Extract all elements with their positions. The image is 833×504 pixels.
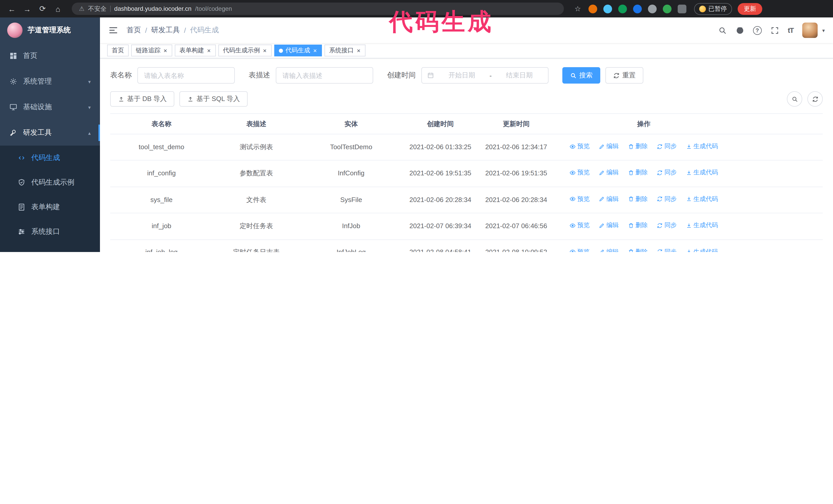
create-time-label: 创建时间: [387, 71, 416, 80]
delete-link[interactable]: 删除: [628, 194, 648, 204]
sidebar-item-devtools[interactable]: 研发工具 ▴: [0, 120, 100, 146]
table-desc-input[interactable]: [276, 67, 373, 83]
close-icon[interactable]: ×: [356, 47, 361, 54]
github-icon[interactable]: [736, 26, 744, 34]
sidebar-item-system[interactable]: 系统管理 ▾: [0, 69, 100, 94]
preview-link[interactable]: 预览: [570, 194, 590, 204]
delete-link[interactable]: 删除: [628, 168, 648, 178]
date-end-placeholder: 结束日期: [496, 71, 543, 80]
preview-link[interactable]: 预览: [570, 142, 590, 151]
breadcrumb-home[interactable]: 首页: [127, 26, 141, 35]
address-bar[interactable]: ⚠ 不安全 dashboard.yudao.iocoder.cn/tool/co…: [72, 3, 564, 15]
home-icon[interactable]: ⌂: [51, 2, 65, 16]
generate-code-link[interactable]: 生成代码: [686, 247, 718, 252]
extension-icon-4[interactable]: [633, 4, 642, 13]
app-title: 芋道管理系统: [28, 26, 71, 35]
sidebar-item-form-builder[interactable]: 表单构建: [0, 195, 100, 219]
generate-code-link[interactable]: 生成代码: [686, 194, 718, 204]
table-name-input[interactable]: [137, 67, 235, 83]
sync-link[interactable]: 同步: [657, 220, 677, 230]
sidebar-item-db-doc[interactable]: 数据库文档: [0, 244, 100, 252]
edit-link[interactable]: 编辑: [599, 194, 619, 204]
cell-created: 2021-02-06 19:51:35: [402, 161, 478, 187]
cell-created: 2021-02-07 06:39:34: [402, 213, 478, 239]
close-icon[interactable]: ×: [262, 47, 267, 54]
close-icon[interactable]: ×: [207, 47, 211, 54]
breadcrumb-section[interactable]: 研发工具: [151, 26, 180, 35]
font-size-icon[interactable]: tT: [788, 26, 793, 34]
close-icon[interactable]: ×: [313, 47, 317, 54]
extension-icon-3[interactable]: [618, 4, 627, 13]
shield-check-icon: [18, 178, 26, 187]
help-icon[interactable]: ?: [753, 26, 762, 34]
sidebar: 芋道管理系统 首页 系统管理 ▾ 基础设施 ▾: [0, 18, 100, 252]
tab-api[interactable]: 系统接口×: [325, 45, 365, 56]
hamburger-icon[interactable]: [108, 25, 118, 35]
toggle-search-button[interactable]: [787, 91, 802, 106]
tab-form-builder[interactable]: 表单构建×: [175, 45, 216, 56]
forward-icon[interactable]: →: [21, 2, 34, 16]
generate-code-link[interactable]: 生成代码: [686, 220, 718, 230]
delete-link[interactable]: 删除: [628, 247, 648, 252]
search-button[interactable]: 搜索: [562, 67, 600, 83]
sidebar-item-label: 表单构建: [31, 202, 60, 212]
delete-link[interactable]: 删除: [628, 220, 648, 230]
extension-icon-5[interactable]: [648, 4, 657, 13]
caret-down-icon[interactable]: ▾: [822, 27, 825, 33]
extension-icon-6[interactable]: [663, 4, 671, 13]
search-icon[interactable]: [718, 26, 727, 34]
sidebar-menu: 首页 系统管理 ▾ 基础设施 ▾ 研发工具 ▴: [0, 43, 100, 252]
back-icon[interactable]: ←: [5, 2, 19, 16]
edit-link[interactable]: 编辑: [599, 220, 619, 230]
sync-link[interactable]: 同步: [657, 194, 677, 204]
edit-link[interactable]: 编辑: [599, 168, 619, 178]
sidebar-item-api[interactable]: 系统接口: [0, 219, 100, 244]
generate-code-link[interactable]: 生成代码: [686, 168, 718, 178]
extension-icon-2[interactable]: [603, 4, 612, 13]
sync-link[interactable]: 同步: [657, 142, 677, 151]
import-sql-label: 基于 SQL 导入: [197, 94, 240, 103]
import-sql-button[interactable]: 基于 SQL 导入: [180, 91, 248, 106]
sidebar-item-codegen-example[interactable]: 代码生成示例: [0, 170, 100, 195]
delete-link[interactable]: 删除: [628, 142, 648, 151]
preview-link[interactable]: 预览: [570, 247, 590, 252]
paused-badge[interactable]: 已暂停: [694, 3, 732, 15]
tab-tracer[interactable]: 链路追踪×: [131, 45, 172, 56]
cell-table-desc: 定时任务日志表: [213, 239, 300, 252]
tab-home[interactable]: 首页: [107, 45, 129, 56]
puzzle-icon[interactable]: [678, 4, 686, 13]
preview-link[interactable]: 预览: [570, 220, 590, 230]
cell-updated: 2021-02-06 12:34:17: [478, 134, 554, 161]
bookmark-star-icon[interactable]: ☆: [571, 2, 585, 16]
sidebar-item-codegen[interactable]: 代码生成: [0, 146, 100, 170]
cell-table-name: inf_job: [110, 213, 213, 239]
sync-link[interactable]: 同步: [657, 168, 677, 178]
tab-label: 代码生成示例: [223, 46, 260, 55]
extension-icon-1[interactable]: [589, 4, 597, 13]
user-avatar[interactable]: [802, 23, 818, 38]
sync-icon: [657, 196, 663, 202]
update-button[interactable]: 更新: [738, 3, 762, 15]
refresh-table-button[interactable]: [807, 91, 823, 106]
date-range-picker[interactable]: 开始日期 - 结束日期: [421, 67, 548, 83]
reset-button[interactable]: 重置: [605, 67, 643, 83]
tab-codegen[interactable]: 代码生成×: [274, 45, 322, 56]
edit-link[interactable]: 编辑: [599, 142, 619, 151]
generate-code-link[interactable]: 生成代码: [686, 142, 718, 151]
preview-link[interactable]: 预览: [570, 168, 590, 178]
sidebar-item-label: 系统管理: [23, 77, 52, 86]
sidebar-item-home[interactable]: 首页: [0, 43, 100, 69]
close-icon[interactable]: ×: [163, 47, 168, 54]
fullscreen-icon[interactable]: [770, 26, 779, 34]
edit-link[interactable]: 编辑: [599, 247, 619, 252]
sidebar-item-label: 研发工具: [23, 128, 52, 137]
app-logo: 芋道管理系统: [0, 18, 100, 43]
sync-link[interactable]: 同步: [657, 247, 677, 252]
sidebar-item-infra[interactable]: 基础设施 ▾: [0, 94, 100, 120]
table-row: inf_config 参数配置表 InfConfig 2021-02-06 19…: [110, 161, 823, 187]
sidebar-item-label: 首页: [23, 51, 38, 61]
table-header-row: 表名称 表描述 实体 创建时间 更新时间 操作: [110, 114, 823, 134]
tab-codegen-example[interactable]: 代码生成示例×: [218, 45, 272, 56]
reload-icon[interactable]: ⟳: [36, 2, 49, 16]
import-db-button[interactable]: 基于 DB 导入: [110, 91, 174, 106]
